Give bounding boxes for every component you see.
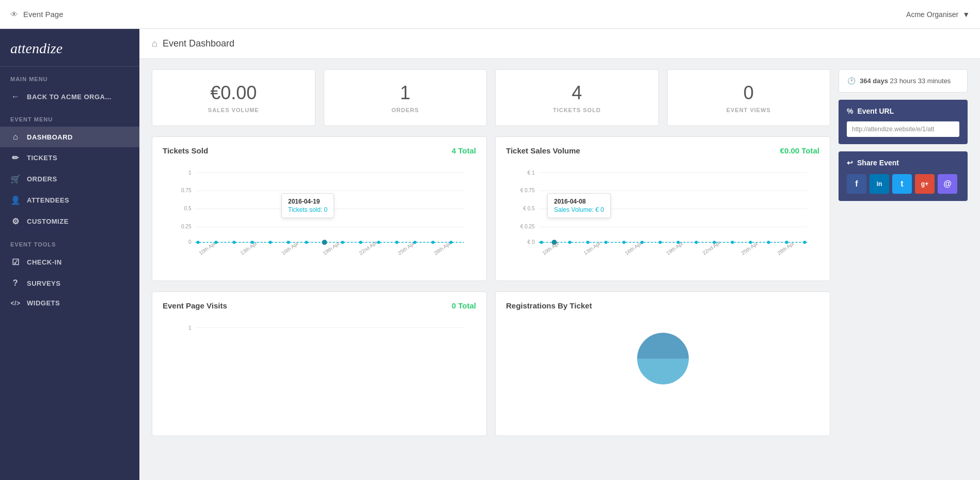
- organiser-dropdown[interactable]: Acme Organiser: [906, 10, 958, 19]
- svg-point-59: [803, 241, 807, 244]
- sidebar-item-tickets[interactable]: ✏ TICKETS: [0, 147, 139, 168]
- stat-value-sales: €0.00: [163, 82, 305, 104]
- stat-label-orders: ORDERS: [335, 107, 477, 113]
- logo-text: attendize: [10, 40, 62, 56]
- share-twitter-button[interactable]: t: [892, 174, 912, 194]
- svg-point-57: [767, 241, 770, 244]
- svg-point-16: [287, 241, 290, 244]
- sidebar-orders-label: ORDERS: [27, 175, 57, 183]
- chart-tickets-header: Tickets Sold 4 Total: [163, 146, 476, 155]
- event-tools-label: EVENT TOOLS: [0, 232, 139, 252]
- chart-visits-header: Event Page Visits 0 Total: [163, 301, 476, 310]
- stat-label-sales: SALES VOLUME: [163, 107, 305, 113]
- content-area: €0.00 SALES VOLUME 1 ORDERS 4 TICKETS SO…: [139, 59, 980, 446]
- event-url-input[interactable]: [847, 121, 959, 137]
- sidebar-item-surveys[interactable]: ? SURVEYS: [0, 273, 139, 293]
- eye-icon: 👁: [10, 10, 18, 19]
- svg-point-20: [359, 241, 362, 244]
- svg-text:0.75: 0.75: [181, 188, 192, 193]
- sidebar-dashboard-label: DASHBOARD: [27, 133, 73, 141]
- share-icon: ↩: [847, 159, 853, 167]
- hours-minutes: 23 hours 33 minutes: [890, 77, 951, 85]
- event-url-header: % Event URL: [847, 107, 959, 115]
- topbar: 👁 Event Page Acme Organiser ▼: [0, 0, 980, 29]
- svg-point-51: [659, 241, 662, 244]
- svg-text:22nd Apr: 22nd Apr: [701, 239, 722, 256]
- stat-card-sales: €0.00 SALES VOLUME: [152, 69, 315, 126]
- svg-point-11: [197, 241, 200, 244]
- link-icon: %: [847, 107, 853, 115]
- clock-icon: 🕐: [847, 77, 856, 85]
- svg-point-44: [540, 241, 543, 244]
- sidebar-widgets-label: WIDGETS: [27, 299, 60, 307]
- sidebar-attendees-label: ATTENDEES: [27, 196, 69, 204]
- sidebar-item-checkin[interactable]: ☑ CHECK-IN: [0, 252, 139, 273]
- share-event-header: ↩ Share Event: [847, 159, 959, 167]
- time-remaining-card: 🕐 364 days 23 hours 33 minutes: [839, 69, 968, 92]
- pie-chart-svg: [622, 325, 704, 392]
- main-content: ⌂ Event Dashboard €0.00 SALES VOLUME 1: [139, 29, 980, 480]
- chart-visits-total: 0 Total: [452, 301, 476, 310]
- ticket-icon: ✏: [10, 153, 21, 163]
- home-icon: ⌂: [10, 132, 21, 142]
- svg-point-13: [233, 241, 236, 244]
- sidebar-checkin-label: CHECK-IN: [27, 258, 62, 266]
- bottom-charts-row: Event Page Visits 0 Total 1: [152, 291, 830, 436]
- chart-visits-area: 1: [163, 317, 476, 390]
- svg-point-18: [322, 240, 327, 245]
- stats-row: €0.00 SALES VOLUME 1 ORDERS 4 TICKETS SO…: [152, 69, 830, 126]
- chart-reg-header: Registrations By Ticket: [506, 301, 819, 310]
- event-page-link[interactable]: Event Page: [23, 10, 64, 19]
- sidebar-tickets-label: TICKETS: [27, 154, 57, 162]
- svg-text:€ 0.75: € 0.75: [520, 188, 535, 193]
- svg-text:€ 0.25: € 0.25: [520, 224, 535, 229]
- svg-point-21: [377, 241, 381, 244]
- chart-registrations: Registrations By Ticket: [495, 291, 830, 436]
- customize-icon: ⚙: [10, 216, 21, 226]
- chart-sales-area: € 1 € 0.75 € 0.5 € 0.25 € 0: [506, 162, 819, 266]
- right-panel: 🕐 364 days 23 hours 33 minutes % Event U…: [839, 69, 968, 201]
- svg-text:€ 1: € 1: [528, 170, 535, 176]
- chart-page-visits: Event Page Visits 0 Total 1: [152, 291, 487, 436]
- stat-value-views: 0: [678, 82, 820, 104]
- svg-text:1: 1: [188, 325, 192, 331]
- stat-label-tickets: TICKETS SOLD: [506, 107, 648, 113]
- chart-sales-volume: Ticket Sales Volume €0.00 Total: [495, 136, 830, 281]
- svg-text:0.25: 0.25: [181, 224, 192, 229]
- stat-value-orders: 1: [335, 82, 477, 104]
- days-bold: 364 days: [860, 77, 888, 85]
- chart-tickets-total: 4 Total: [452, 146, 476, 155]
- sidebar-surveys-label: SURVEYS: [27, 280, 60, 287]
- sidebar-logo: attendize: [0, 29, 139, 67]
- chart-tickets-title: Tickets Sold: [163, 146, 208, 155]
- chart-sales-svg: € 1 € 0.75 € 0.5 € 0.25 € 0: [506, 162, 819, 266]
- checkin-icon: ☑: [10, 257, 21, 267]
- sidebar-item-attendees[interactable]: 👤 ATTENDEES: [0, 190, 139, 211]
- svg-point-55: [731, 241, 734, 244]
- sidebar-item-orders[interactable]: 🛒 ORDERS: [0, 168, 139, 190]
- back-icon: ←: [10, 92, 21, 101]
- svg-text:0: 0: [188, 239, 192, 245]
- event-menu-label: EVENT MENU: [0, 107, 139, 127]
- event-url-title: Event URL: [857, 107, 894, 115]
- chart-sales-total: €0.00 Total: [780, 146, 819, 155]
- sidebar-item-widgets[interactable]: </> WIDGETS: [0, 293, 139, 313]
- widgets-icon: </>: [10, 300, 21, 307]
- svg-text:0.5: 0.5: [184, 206, 192, 211]
- layout: attendize MAIN MENU ← BACK TO ACME ORGA.…: [0, 29, 980, 480]
- sidebar-item-back[interactable]: ← BACK TO ACME ORGA...: [0, 86, 139, 107]
- svg-point-15: [269, 241, 272, 244]
- share-email-button[interactable]: @: [938, 174, 957, 194]
- svg-point-47: [587, 241, 590, 244]
- stat-card-tickets: 4 TICKETS SOLD: [495, 69, 659, 126]
- svg-point-24: [432, 241, 435, 244]
- sidebar-back-label: BACK TO ACME ORGA...: [27, 93, 112, 101]
- chart-visits-title: Event Page Visits: [163, 301, 227, 310]
- sidebar-item-customize[interactable]: ⚙ CUSTOMIZE: [0, 211, 139, 232]
- share-googleplus-button[interactable]: g+: [915, 174, 935, 194]
- share-facebook-button[interactable]: f: [847, 174, 866, 194]
- sidebar-item-dashboard[interactable]: ⌂ DASHBOARD: [0, 127, 139, 147]
- share-linkedin-button[interactable]: in: [870, 174, 889, 194]
- topbar-left: 👁 Event Page: [10, 10, 64, 19]
- chart-tickets-sold: Tickets Sold 4 Total: [152, 136, 487, 281]
